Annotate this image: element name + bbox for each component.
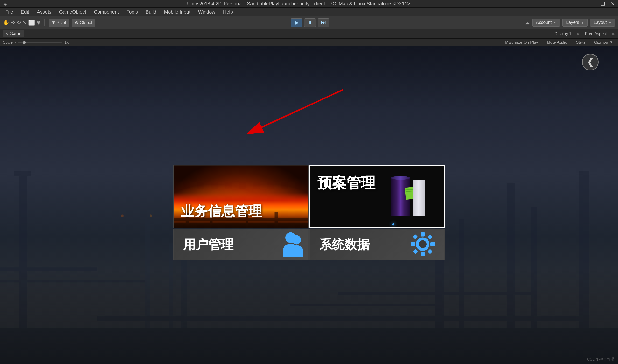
back-chevron-icon: ❮: [587, 57, 594, 67]
user-figure-secondary: [289, 235, 303, 257]
svg-rect-3: [0, 280, 145, 282]
svg-rect-31: [427, 249, 433, 254]
step-icon: ⏭: [321, 20, 326, 26]
card-grid: 业务信息管理 预案管理: [173, 165, 445, 260]
rotate-tool-icon[interactable]: ↻: [17, 20, 21, 26]
hand-tool-icon[interactable]: ✋: [3, 20, 9, 26]
menu-tools[interactable]: Tools: [123, 8, 141, 16]
minimize-button[interactable]: —: [591, 1, 596, 7]
card-user[interactable]: 用户管理: [173, 229, 309, 260]
menu-file[interactable]: File: [2, 8, 16, 16]
gear-svg: [411, 232, 435, 256]
layout-button[interactable]: Layout ▼: [590, 19, 615, 26]
system-card-label: 系统数据: [319, 236, 370, 253]
display-selector[interactable]: Display 1: [553, 31, 573, 37]
scale-bar[interactable]: [18, 42, 62, 43]
svg-rect-28: [413, 234, 418, 239]
sub-toolbar: Scale ● 1x Maximize On Play Mute Audio S…: [0, 39, 618, 46]
scale-control: Scale ● 1x: [3, 40, 69, 45]
watermark: CSDN @青坏书: [587, 357, 615, 362]
menu-edit[interactable]: Edit: [17, 8, 32, 16]
account-dropdown-arrow: ▼: [553, 21, 556, 25]
svg-rect-13: [97, 316, 579, 321]
binder: [412, 180, 425, 216]
toolbar-transform-group: ✋ ✜ ↻ ⤡ ⬜ ⊕: [3, 20, 40, 26]
pause-button[interactable]: ⏸: [304, 18, 316, 27]
aspect-selector[interactable]: Free Aspect: [583, 31, 609, 37]
window-controls[interactable]: — ❐ ✕: [591, 1, 616, 7]
menu-mobileinput[interactable]: Mobile Input: [161, 8, 194, 16]
scale-value: 1x: [64, 40, 69, 45]
game-options-group: Maximize On Play Mute Audio Stats Gizmos…: [503, 39, 615, 45]
aspect-arrow: ▶: [612, 31, 615, 36]
svg-rect-14: [338, 292, 531, 295]
user-body-secondary: [289, 246, 303, 257]
menu-window[interactable]: Window: [195, 8, 219, 16]
menu-component[interactable]: Component: [90, 8, 122, 16]
unity-logo-icon: ◈: [3, 1, 7, 7]
scale-tool-icon[interactable]: ⤡: [23, 20, 27, 26]
window-title: Unity 2018.4.2f1 Personal - SandtablePla…: [7, 1, 591, 7]
menu-build[interactable]: Build: [142, 8, 160, 16]
back-button[interactable]: ❮: [582, 53, 599, 70]
account-button[interactable]: Account ▼: [532, 19, 560, 26]
scale-dot: ●: [14, 41, 16, 44]
layers-label: Layers: [566, 20, 579, 25]
user-head-secondary: [292, 235, 301, 245]
global-button[interactable]: ⊕ Global: [72, 19, 95, 27]
layers-button[interactable]: Layers ▼: [563, 19, 588, 26]
svg-rect-2: [0, 267, 97, 271]
svg-rect-25: [421, 252, 425, 256]
layout-dropdown-arrow: ▼: [608, 21, 611, 25]
cloud-icon[interactable]: ☁: [525, 20, 530, 26]
maximize-on-play[interactable]: Maximize On Play: [503, 39, 540, 45]
card-system[interactable]: 系统数据: [309, 229, 445, 260]
layout-label: Layout: [594, 20, 607, 25]
game-panel-header: < Game Display 1 ▶ Free Aspect ▶: [0, 29, 618, 39]
mute-audio[interactable]: Mute Audio: [545, 39, 569, 45]
transform-tool-icon[interactable]: ⊕: [36, 20, 40, 26]
game-controls: Display 1 ▶ Free Aspect ▶: [553, 31, 615, 37]
svg-rect-16: [121, 214, 124, 217]
toolbar-right-group: ☁ Account ▼ Layers ▼ Layout ▼: [525, 19, 615, 26]
close-button[interactable]: ✕: [610, 1, 616, 7]
toolbar-playmode-group: ▶ ⏸ ⏭: [98, 18, 522, 27]
svg-rect-17: [150, 214, 152, 217]
card-plan[interactable]: 预案管理: [309, 165, 445, 228]
stats[interactable]: Stats: [574, 39, 587, 45]
card-business[interactable]: 业务信息管理: [173, 165, 309, 228]
play-button[interactable]: ▶: [291, 18, 302, 27]
menu-assets[interactable]: Assets: [34, 8, 55, 16]
maximize-button[interactable]: ❐: [600, 1, 606, 7]
toolbar-separator-1: [44, 19, 45, 26]
gizmos[interactable]: Gizmos ▼: [592, 39, 615, 45]
step-button[interactable]: ⏭: [318, 18, 329, 27]
svg-rect-29: [427, 234, 433, 239]
toolbar: ✋ ✜ ↻ ⤡ ⬜ ⊕ ⊞ Pivot ⊕ Global ▶ ⏸ ⏭ ☁ Acc…: [0, 16, 618, 29]
game-tab[interactable]: < Game: [3, 30, 24, 37]
scale-bar-container[interactable]: [18, 42, 62, 43]
cylinder-top: [391, 176, 410, 180]
svg-rect-1: [14, 171, 31, 176]
scale-label: Scale: [3, 40, 13, 45]
menu-gameobject[interactable]: GameObject: [56, 8, 90, 16]
layers-dropdown-arrow: ▼: [580, 21, 584, 25]
svg-point-33: [419, 240, 426, 248]
menu-bar: File Edit Assets GameObject Component To…: [0, 8, 618, 16]
move-tool-icon[interactable]: ✜: [11, 20, 15, 26]
gear-icon: [411, 232, 435, 257]
svg-rect-26: [411, 242, 415, 246]
account-label: Account: [536, 20, 552, 25]
rect-tool-icon[interactable]: ⬜: [28, 20, 35, 26]
game-viewport: 业务信息管理 预案管理: [0, 46, 618, 364]
user-card-label: 用户管理: [183, 236, 233, 253]
plan-card-label: 预案管理: [317, 173, 375, 193]
cylinder-glow: [392, 223, 394, 226]
svg-rect-24: [421, 232, 425, 236]
display-arrow: ▶: [577, 31, 579, 36]
menu-help[interactable]: Help: [220, 8, 236, 16]
gear-shape: [411, 232, 435, 256]
play-icon: ▶: [295, 20, 299, 26]
pivot-button[interactable]: ⊞ Pivot: [49, 19, 69, 27]
business-card-label: 业务信息管理: [181, 202, 262, 221]
